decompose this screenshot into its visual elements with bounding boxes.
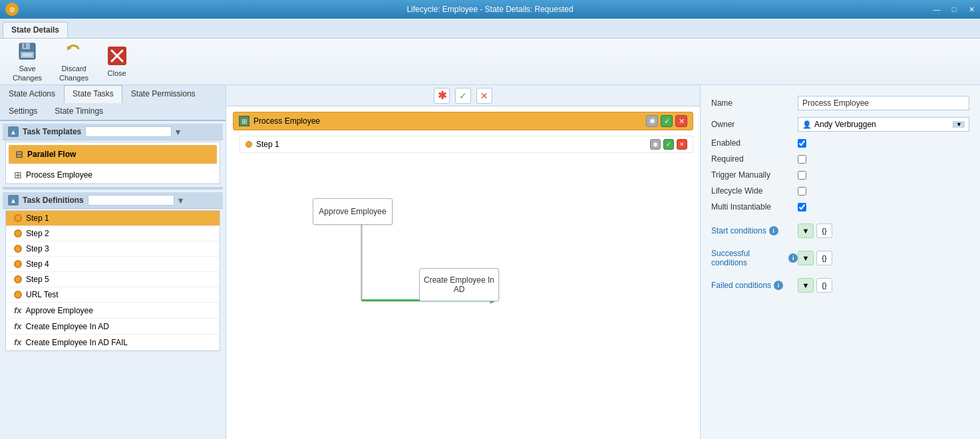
step5-label: Step 5 <box>26 275 49 284</box>
svg-rect-2 <box>24 43 26 48</box>
center-toolbar: ✱ ✓ ✕ <box>226 85 700 106</box>
failed-conditions-add-button[interactable]: ▼ <box>798 278 814 293</box>
name-input[interactable] <box>798 96 969 110</box>
failed-conditions-code-button[interactable]: {} <box>816 278 832 293</box>
multi-instantiable-label: Multi Instantiable <box>711 202 798 212</box>
start-conditions-code-button[interactable]: {} <box>816 223 832 238</box>
canvas-check-button[interactable]: ✓ <box>455 88 471 104</box>
tab-state-tasks[interactable]: State Tasks <box>64 85 122 103</box>
step3-label: Step 3 <box>26 244 49 253</box>
step1-label: Step 1 <box>26 214 49 223</box>
state-details-tab[interactable]: State Details <box>3 22 68 38</box>
trigger-manually-checkbox[interactable] <box>798 171 806 180</box>
start-conditions-add-button[interactable]: ▼ <box>798 223 814 238</box>
create-ad-canvas-label: Create Employee In AD <box>420 275 498 294</box>
successful-conditions-add-button[interactable]: ▼ <box>798 251 814 265</box>
tab-settings[interactable]: Settings <box>0 102 46 120</box>
task-definitions-collapse[interactable]: ▲ <box>8 195 19 206</box>
minimize-button[interactable]: — <box>928 0 945 19</box>
failed-conditions-row: Failed conditions i ▼ {} <box>711 278 969 293</box>
step2-item[interactable]: Step 2 <box>6 226 220 241</box>
multi-instantiable-checkbox[interactable] <box>798 203 806 212</box>
successful-conditions-info-icon[interactable]: i <box>788 253 798 263</box>
required-checkbox[interactable] <box>798 155 806 164</box>
step1-delete-btn[interactable]: ✕ <box>677 139 687 150</box>
failed-conditions-info-icon[interactable]: i <box>774 281 783 290</box>
approve-employee-box[interactable]: Approve Employee <box>313 198 393 225</box>
successful-conditions-code-button[interactable]: {} <box>816 251 832 265</box>
approve-employee-fx-icon: fx <box>14 305 22 315</box>
discard-icon <box>63 41 84 62</box>
tab-state-timings[interactable]: State Timings <box>46 102 112 120</box>
task-def-filter-icon: ▾ <box>178 196 183 206</box>
main-container: State Details SaveChanges <box>0 19 980 439</box>
step4-item[interactable]: Step 4 <box>6 257 220 272</box>
filter-icon: ▾ <box>176 127 180 137</box>
step1-bullet <box>14 214 22 222</box>
process-employee-icon: ⊞ <box>14 170 22 180</box>
create-ad-item[interactable]: fx Create Employee In AD <box>6 319 220 335</box>
step4-bullet <box>14 260 22 268</box>
discard-changes-button[interactable]: DiscardChanges <box>52 37 96 85</box>
start-conditions-info-icon[interactable]: i <box>769 226 778 235</box>
step5-bullet <box>14 275 22 283</box>
create-ad-fail-item[interactable]: fx Create Employee In AD FAIL <box>6 335 220 351</box>
process-delete-button[interactable]: ✕ <box>675 115 687 127</box>
create-ad-fail-fx-icon: fx <box>14 337 22 347</box>
failed-conditions-buttons: ▼ {} <box>798 278 832 293</box>
create-ad-box[interactable]: Create Employee In AD <box>419 268 499 301</box>
task-templates-collapse[interactable]: ▲ <box>8 126 19 137</box>
content-area: State Actions State Tasks State Permissi… <box>0 85 980 439</box>
process-employee-canvas-label: Process Employee <box>253 116 320 126</box>
step1-config-btn[interactable]: ✱ <box>650 139 661 150</box>
create-ad-label: Create Employee In AD <box>26 322 109 331</box>
discard-label: DiscardChanges <box>59 65 88 82</box>
enabled-checkbox[interactable] <box>798 139 806 148</box>
successful-conditions-row: Successful conditions i ▼ {} <box>711 249 969 267</box>
sub-tabs: State Actions State Tasks State Permissi… <box>0 85 226 121</box>
save-changes-button[interactable]: SaveChanges <box>5 37 49 85</box>
step1-check-btn[interactable]: ✓ <box>663 139 674 150</box>
name-label: Name <box>711 98 798 108</box>
process-employee-template-item[interactable]: ⊞ Process Employee <box>6 167 220 184</box>
canvas-delete-button[interactable]: ✕ <box>476 88 492 104</box>
step5-item[interactable]: Step 5 <box>6 272 220 287</box>
lifecycle-wide-field-row: Lifecycle Wide <box>711 186 969 196</box>
tab-state-actions[interactable]: State Actions <box>0 85 64 102</box>
url-test-item[interactable]: URL Test <box>6 287 220 303</box>
step3-item[interactable]: Step 3 <box>6 241 220 257</box>
name-field-row: Name <box>711 96 969 110</box>
svg-rect-4 <box>23 53 32 57</box>
close-window-button[interactable]: ✕ <box>963 0 980 19</box>
spacer1 <box>711 218 969 223</box>
trigger-manually-field-row: Trigger Manually <box>711 170 969 180</box>
parallel-flow-icon: ⊟ <box>15 149 23 160</box>
task-definitions-header: ▲ Task Definitions ▾ <box>3 192 223 209</box>
create-ad-fail-label: Create Employee In AD FAIL <box>26 338 128 347</box>
enabled-label: Enabled <box>711 138 798 148</box>
step1-item[interactable]: Step 1 <box>6 211 220 226</box>
maximize-button[interactable]: □ <box>945 0 963 19</box>
canvas-add-button[interactable]: ✱ <box>434 88 450 104</box>
left-panel: State Actions State Tasks State Permissi… <box>0 85 226 439</box>
lifecycle-wide-checkbox[interactable] <box>798 187 806 196</box>
lifecycle-wide-label: Lifecycle Wide <box>711 186 798 196</box>
owner-dropdown-button[interactable]: ▼ <box>953 121 965 128</box>
top-tab-bar: State Details <box>0 19 980 39</box>
close-button[interactable]: Close <box>98 42 135 81</box>
process-employee-header: ⊞ Process Employee ✱ ✓ ✕ <box>233 112 693 130</box>
task-templates-label: Task Templates <box>23 127 81 136</box>
process-check-button[interactable]: ✓ <box>661 115 673 127</box>
parallel-flow-item[interactable]: ⊟ Parallel Flow <box>9 145 217 164</box>
title-bar-controls: — □ ✕ <box>928 0 980 19</box>
process-config-button[interactable]: ✱ <box>646 115 658 127</box>
tab-state-permissions[interactable]: State Permissions <box>122 85 204 102</box>
task-templates-search[interactable] <box>85 126 172 137</box>
canvas-flow-area: Approve Employee Create Employee In AD <box>226 158 700 439</box>
start-conditions-row: Start conditions i ▼ {} <box>711 223 969 238</box>
process-header-actions: ✱ ✓ ✕ <box>646 115 687 127</box>
save-icon <box>17 41 38 62</box>
task-definitions-search[interactable] <box>88 195 174 206</box>
trigger-manually-label: Trigger Manually <box>711 170 798 180</box>
approve-employee-item[interactable]: fx Approve Employee <box>6 303 220 319</box>
